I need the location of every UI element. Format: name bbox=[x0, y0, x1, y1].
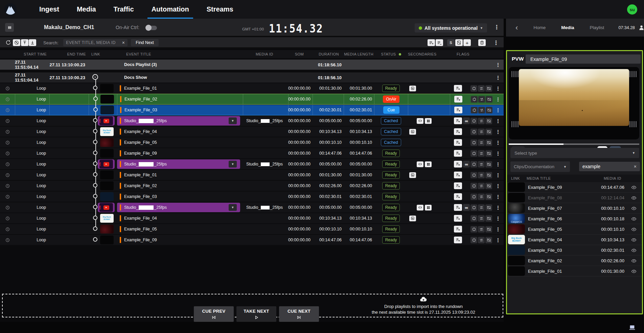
skip-flag-icon[interactable] bbox=[485, 194, 492, 200]
recue-flag-icon[interactable] bbox=[470, 226, 477, 232]
queue-flag-icon[interactable] bbox=[454, 96, 462, 103]
col-link[interactable]: LINK bbox=[89, 50, 117, 58]
row-kebab-icon[interactable]: ⋮ bbox=[496, 140, 501, 145]
recue-flag-icon[interactable] bbox=[470, 161, 477, 168]
clear-search-icon[interactable]: × bbox=[122, 40, 125, 45]
mcol-media-title[interactable]: MEDIA TITLE bbox=[527, 176, 551, 180]
recue-flag-icon[interactable] bbox=[470, 215, 477, 222]
row-kebab-icon[interactable]: ⋮ bbox=[496, 205, 501, 210]
grid-secondary-icon[interactable] bbox=[425, 205, 432, 210]
recue-flag-icon[interactable] bbox=[471, 107, 478, 113]
col-flags[interactable]: FLAGS bbox=[450, 50, 492, 58]
preview-eye-icon[interactable] bbox=[631, 185, 637, 190]
row-kebab-icon[interactable]: ⋮ bbox=[496, 227, 501, 232]
row-kebab-icon[interactable]: ⋮ bbox=[496, 194, 501, 199]
panel-nav-item[interactable]: Playlist bbox=[590, 25, 604, 30]
main-tab[interactable]: Media bbox=[68, 0, 105, 19]
main-tab[interactable]: Ingest bbox=[30, 0, 68, 19]
recue-flag-icon[interactable] bbox=[470, 183, 477, 189]
infinite-loop-flag-icon[interactable]: ∞ bbox=[463, 161, 470, 168]
swap-flag-icon[interactable] bbox=[478, 85, 485, 92]
preview-eye-icon[interactable] bbox=[631, 237, 637, 243]
media-list-item[interactable]: CasparCG Example_File_06 00:00:10.18 bbox=[507, 214, 642, 224]
code-secondary-icon[interactable] bbox=[417, 118, 423, 124]
recue-flag-icon[interactable] bbox=[470, 172, 477, 178]
cue-prev-button[interactable]: CUE PREV bbox=[194, 306, 234, 322]
event-dropdown-icon[interactable]: ▼ bbox=[229, 161, 237, 168]
main-tab[interactable]: Automation bbox=[143, 0, 198, 19]
search-filter-chip[interactable]: EVENT TITLE, MEDIA ID × bbox=[63, 39, 128, 46]
recue-flag-icon[interactable] bbox=[470, 85, 477, 92]
swap-flag-icon[interactable] bbox=[478, 215, 485, 222]
recue-flag-icon[interactable] bbox=[470, 129, 477, 135]
cue-next-button[interactable]: CUE NEXT bbox=[279, 306, 319, 322]
makalu-logo-icon[interactable] bbox=[4, 3, 17, 16]
rundown-row[interactable]: Loop Example_File_05 ▼ bbox=[0, 224, 504, 234]
queue-flag-icon[interactable] bbox=[454, 182, 462, 189]
rundown-row[interactable]: Loop LIVE Studio__25fps ▼ bbox=[0, 159, 504, 169]
row-kebab-icon[interactable]: ⋮ bbox=[496, 62, 501, 67]
row-kebab-icon[interactable]: ⋮ bbox=[496, 183, 501, 188]
row-kebab-icon[interactable]: ⋮ bbox=[496, 86, 501, 91]
skip-flag-icon[interactable] bbox=[485, 204, 492, 211]
user-avatar[interactable]: su bbox=[627, 4, 637, 15]
row-kebab-icon[interactable]: ⋮ bbox=[496, 129, 501, 134]
swap-flag-icon[interactable] bbox=[478, 226, 485, 232]
col-end-time[interactable]: END TIME bbox=[49, 50, 89, 58]
image-secondary-icon[interactable] bbox=[409, 216, 416, 221]
autoscroll-off-icon[interactable] bbox=[13, 39, 20, 46]
swap-flag-icon[interactable] bbox=[478, 194, 485, 200]
preview-eye-icon[interactable] bbox=[631, 195, 637, 201]
image-secondary-icon[interactable] bbox=[409, 172, 416, 178]
mcol-link[interactable]: LINK bbox=[511, 176, 520, 180]
infinite-loop-flag-icon[interactable]: ∞ bbox=[463, 204, 470, 211]
clear-media-search-icon[interactable]: × bbox=[634, 164, 637, 169]
preview-eye-icon[interactable] bbox=[631, 216, 637, 222]
queue-flag-icon[interactable] bbox=[454, 193, 462, 200]
skip-flag-icon[interactable] bbox=[485, 161, 492, 168]
row-kebab-icon[interactable]: ⋮ bbox=[496, 216, 501, 221]
media-list-item[interactable]: Example_File_03 00:02:30.01 bbox=[507, 245, 642, 256]
mcol-media-id[interactable]: MEDIA ID bbox=[604, 176, 621, 180]
scroll-down-icon[interactable] bbox=[29, 39, 36, 46]
tray-window-icon[interactable] bbox=[628, 324, 636, 331]
rundown-row[interactable]: Loop Big Buck BUNNY Example_File_04 bbox=[0, 127, 504, 137]
queue-flag-icon[interactable] bbox=[454, 139, 462, 146]
event-dropdown-icon[interactable]: ▼ bbox=[229, 117, 237, 124]
preview-eye-icon[interactable] bbox=[631, 206, 637, 211]
secondary-toggle-button[interactable]: S bbox=[447, 39, 455, 46]
playlist-add-icon[interactable] bbox=[428, 39, 435, 46]
channel-menu-kebab-icon[interactable]: ⋮ bbox=[494, 24, 500, 30]
video-preview-player[interactable]: 00:06:12.09 / 00:14:47.06 bbox=[509, 67, 639, 139]
skip-flag-icon[interactable] bbox=[485, 237, 492, 243]
swap-flag-icon[interactable] bbox=[478, 107, 485, 113]
person-icon[interactable] bbox=[638, 24, 644, 31]
media-list-item[interactable]: Example_File_01 00:01:30.00 bbox=[507, 266, 642, 276]
skip-flag-icon[interactable] bbox=[485, 172, 492, 178]
swap-flag-icon[interactable] bbox=[478, 150, 485, 157]
recue-flag-icon[interactable] bbox=[470, 150, 477, 157]
collapse-chevron-icon[interactable] bbox=[92, 74, 98, 80]
swap-flag-icon[interactable] bbox=[478, 172, 485, 178]
swap-flag-icon[interactable] bbox=[478, 183, 485, 189]
skip-flag-icon[interactable] bbox=[485, 183, 492, 189]
skip-flag-icon[interactable] bbox=[485, 215, 492, 222]
system-status-dropdown[interactable]: All systems operational ▼ bbox=[415, 23, 487, 32]
row-kebab-icon[interactable]: ⋮ bbox=[496, 173, 501, 178]
main-tab[interactable]: Traffic bbox=[105, 0, 143, 19]
col-duration[interactable]: DURATION bbox=[313, 50, 344, 58]
media-list-item[interactable]: Example_File_08 00:12:14.04 bbox=[507, 193, 642, 203]
media-list-item[interactable]: Big Buck BUNNY Example_File_04 00:10:34.… bbox=[507, 235, 642, 245]
select-type-dropdown[interactable]: Select type ▼ bbox=[510, 148, 639, 158]
skip-flag-icon[interactable] bbox=[485, 150, 492, 157]
queue-flag-icon[interactable] bbox=[454, 117, 462, 124]
skip-flag-icon[interactable] bbox=[485, 139, 492, 146]
panel-nav-item[interactable]: Home bbox=[533, 25, 546, 30]
swap-flag-icon[interactable] bbox=[478, 139, 485, 146]
code-secondary-icon[interactable] bbox=[417, 161, 423, 167]
swap-flag-icon[interactable] bbox=[478, 129, 485, 135]
rundown-row[interactable]: Loop Example_File_03 ▼ bbox=[0, 192, 504, 202]
recue-flag-icon[interactable] bbox=[470, 204, 477, 211]
rundown-row[interactable]: Loop LIVE Studio__25fps ▼ bbox=[0, 116, 504, 126]
seek-bar[interactable] bbox=[509, 143, 639, 145]
